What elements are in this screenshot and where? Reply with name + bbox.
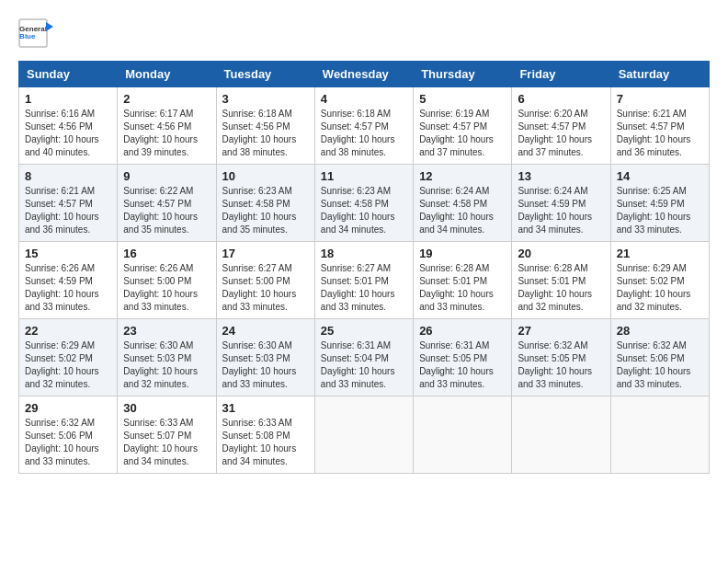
day-detail: Sunrise: 6:27 AM Sunset: 5:00 PM Dayligh…: [222, 262, 309, 314]
weekday-header-tuesday: Tuesday: [216, 62, 314, 87]
day-detail: Sunrise: 6:29 AM Sunset: 5:02 PM Dayligh…: [25, 339, 111, 391]
day-detail: Sunrise: 6:16 AM Sunset: 4:56 PM Dayligh…: [25, 108, 111, 159]
day-number: 29: [25, 401, 111, 415]
weekday-header-saturday: Saturday: [610, 62, 709, 87]
day-detail: Sunrise: 6:20 AM Sunset: 4:57 PM Dayligh…: [518, 108, 604, 159]
calendar-cell: [314, 396, 413, 474]
calendar-cell: 24 Sunrise: 6:30 AM Sunset: 5:03 PM Dayl…: [216, 319, 314, 396]
weekday-header-friday: Friday: [512, 62, 610, 87]
day-number: 13: [518, 169, 604, 183]
calendar-cell: 10 Sunrise: 6:23 AM Sunset: 4:58 PM Dayl…: [216, 165, 314, 242]
day-number: 10: [222, 169, 309, 183]
calendar-cell: 29 Sunrise: 6:32 AM Sunset: 5:06 PM Dayl…: [19, 396, 118, 474]
day-detail: Sunrise: 6:23 AM Sunset: 4:58 PM Dayligh…: [222, 185, 309, 236]
day-detail: Sunrise: 6:31 AM Sunset: 5:05 PM Dayligh…: [419, 339, 506, 391]
day-number: 27: [518, 324, 604, 338]
day-number: 11: [321, 169, 407, 183]
weekday-header-thursday: Thursday: [414, 62, 512, 87]
calendar-cell: 9 Sunrise: 6:22 AM Sunset: 4:57 PM Dayli…: [118, 165, 216, 242]
day-number: 26: [419, 324, 506, 338]
calendar-cell: 20 Sunrise: 6:28 AM Sunset: 5:01 PM Dayl…: [512, 242, 610, 319]
day-number: 7: [617, 92, 703, 106]
calendar-cell: 18 Sunrise: 6:27 AM Sunset: 5:01 PM Dayl…: [314, 242, 413, 319]
day-detail: Sunrise: 6:28 AM Sunset: 5:01 PM Dayligh…: [518, 262, 604, 314]
calendar-cell: 6 Sunrise: 6:20 AM Sunset: 4:57 PM Dayli…: [512, 87, 610, 165]
day-detail: Sunrise: 6:17 AM Sunset: 4:56 PM Dayligh…: [123, 108, 210, 159]
calendar-cell: [610, 396, 709, 474]
day-number: 16: [123, 247, 210, 260]
calendar-cell: 17 Sunrise: 6:27 AM Sunset: 5:00 PM Dayl…: [216, 242, 314, 319]
calendar-cell: 21 Sunrise: 6:29 AM Sunset: 5:02 PM Dayl…: [610, 242, 709, 319]
calendar-cell: 26 Sunrise: 6:31 AM Sunset: 5:05 PM Dayl…: [414, 319, 512, 396]
calendar-cell: 31 Sunrise: 6:33 AM Sunset: 5:08 PM Dayl…: [216, 396, 314, 474]
day-number: 18: [321, 247, 407, 260]
day-number: 21: [617, 247, 703, 260]
day-detail: Sunrise: 6:24 AM Sunset: 4:58 PM Dayligh…: [419, 185, 506, 236]
day-detail: Sunrise: 6:30 AM Sunset: 5:03 PM Dayligh…: [222, 339, 309, 391]
day-detail: Sunrise: 6:23 AM Sunset: 4:58 PM Dayligh…: [321, 185, 407, 236]
day-number: 19: [419, 247, 506, 260]
day-detail: Sunrise: 6:22 AM Sunset: 4:57 PM Dayligh…: [123, 185, 210, 236]
day-number: 22: [25, 324, 111, 338]
day-detail: Sunrise: 6:25 AM Sunset: 4:59 PM Dayligh…: [617, 185, 703, 236]
day-detail: Sunrise: 6:32 AM Sunset: 5:05 PM Dayligh…: [518, 339, 604, 391]
calendar-cell: 27 Sunrise: 6:32 AM Sunset: 5:05 PM Dayl…: [512, 319, 610, 396]
calendar-cell: 23 Sunrise: 6:30 AM Sunset: 5:03 PM Dayl…: [118, 319, 216, 396]
weekday-header-sunday: Sunday: [19, 62, 118, 87]
day-number: 4: [321, 92, 407, 106]
day-number: 20: [518, 247, 604, 260]
calendar-cell: [512, 396, 610, 474]
day-detail: Sunrise: 6:18 AM Sunset: 4:56 PM Dayligh…: [222, 108, 309, 159]
day-number: 25: [321, 324, 407, 338]
day-detail: Sunrise: 6:30 AM Sunset: 5:03 PM Dayligh…: [123, 339, 210, 391]
calendar-cell: 22 Sunrise: 6:29 AM Sunset: 5:02 PM Dayl…: [19, 319, 118, 396]
calendar-cell: 30 Sunrise: 6:33 AM Sunset: 5:07 PM Dayl…: [118, 396, 216, 474]
day-number: 14: [617, 169, 703, 183]
logo-wordmark: GeneralBlue: [18, 18, 51, 52]
calendar-cell: 28 Sunrise: 6:32 AM Sunset: 5:06 PM Dayl…: [610, 319, 709, 396]
day-number: 5: [419, 92, 506, 106]
day-number: 30: [123, 401, 210, 415]
calendar-cell: 2 Sunrise: 6:17 AM Sunset: 4:56 PM Dayli…: [118, 87, 216, 165]
day-detail: Sunrise: 6:26 AM Sunset: 4:59 PM Dayligh…: [25, 262, 111, 314]
calendar-cell: 3 Sunrise: 6:18 AM Sunset: 4:56 PM Dayli…: [216, 87, 314, 165]
calendar-cell: 4 Sunrise: 6:18 AM Sunset: 4:57 PM Dayli…: [314, 87, 413, 165]
day-number: 24: [222, 324, 309, 338]
day-detail: Sunrise: 6:33 AM Sunset: 5:08 PM Dayligh…: [222, 417, 309, 468]
weekday-header-wednesday: Wednesday: [314, 62, 413, 87]
calendar-cell: 7 Sunrise: 6:21 AM Sunset: 4:57 PM Dayli…: [610, 87, 709, 165]
day-detail: Sunrise: 6:26 AM Sunset: 5:00 PM Dayligh…: [123, 262, 210, 314]
day-detail: Sunrise: 6:21 AM Sunset: 4:57 PM Dayligh…: [25, 185, 111, 236]
calendar-cell: 16 Sunrise: 6:26 AM Sunset: 5:00 PM Dayl…: [118, 242, 216, 319]
logo: GeneralBlue: [18, 18, 51, 52]
calendar-cell: 1 Sunrise: 6:16 AM Sunset: 4:56 PM Dayli…: [19, 87, 118, 165]
logo-graphic: GeneralBlue: [18, 18, 51, 52]
day-detail: Sunrise: 6:27 AM Sunset: 5:01 PM Dayligh…: [321, 262, 407, 314]
calendar-cell: 25 Sunrise: 6:31 AM Sunset: 5:04 PM Dayl…: [314, 319, 413, 396]
calendar-cell: 12 Sunrise: 6:24 AM Sunset: 4:58 PM Dayl…: [414, 165, 512, 242]
calendar-cell: 11 Sunrise: 6:23 AM Sunset: 4:58 PM Dayl…: [314, 165, 413, 242]
day-number: 12: [419, 169, 506, 183]
day-number: 3: [222, 92, 309, 106]
day-number: 2: [123, 92, 210, 106]
calendar-cell: 15 Sunrise: 6:26 AM Sunset: 4:59 PM Dayl…: [19, 242, 118, 319]
day-detail: Sunrise: 6:33 AM Sunset: 5:07 PM Dayligh…: [123, 417, 210, 468]
day-detail: Sunrise: 6:21 AM Sunset: 4:57 PM Dayligh…: [617, 108, 703, 159]
weekday-header-monday: Monday: [118, 62, 216, 87]
calendar-cell: [414, 396, 512, 474]
calendar-cell: 8 Sunrise: 6:21 AM Sunset: 4:57 PM Dayli…: [19, 165, 118, 242]
day-number: 1: [25, 92, 111, 106]
day-detail: Sunrise: 6:24 AM Sunset: 4:59 PM Dayligh…: [518, 185, 604, 236]
day-number: 15: [25, 247, 111, 260]
calendar-table: SundayMondayTuesdayWednesdayThursdayFrid…: [18, 61, 710, 474]
day-detail: Sunrise: 6:32 AM Sunset: 5:06 PM Dayligh…: [25, 417, 111, 468]
calendar-cell: 19 Sunrise: 6:28 AM Sunset: 5:01 PM Dayl…: [414, 242, 512, 319]
calendar-cell: 5 Sunrise: 6:19 AM Sunset: 4:57 PM Dayli…: [414, 87, 512, 165]
day-number: 9: [123, 169, 210, 183]
calendar-cell: 13 Sunrise: 6:24 AM Sunset: 4:59 PM Dayl…: [512, 165, 610, 242]
day-detail: Sunrise: 6:32 AM Sunset: 5:06 PM Dayligh…: [617, 339, 703, 391]
day-detail: Sunrise: 6:31 AM Sunset: 5:04 PM Dayligh…: [321, 339, 407, 391]
day-number: 8: [25, 169, 111, 183]
day-detail: Sunrise: 6:19 AM Sunset: 4:57 PM Dayligh…: [419, 108, 506, 159]
day-number: 28: [617, 324, 703, 338]
